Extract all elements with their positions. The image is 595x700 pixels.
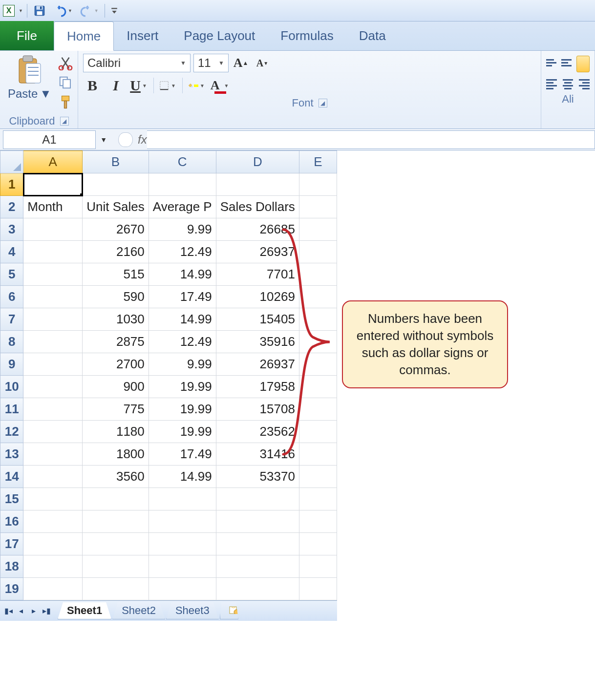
fx-icon[interactable]: fx (138, 133, 147, 147)
cell[interactable]: 590 (83, 286, 149, 308)
row-header-1[interactable]: 1 (0, 173, 23, 196)
cell[interactable] (216, 578, 299, 600)
cut-button[interactable] (58, 56, 73, 72)
logo-dropdown-icon[interactable]: ▼ (19, 8, 23, 13)
tab-formulas[interactable]: Formulas (268, 21, 346, 50)
worksheet-grid[interactable]: A B C D E 12MonthUnit SalesAverage PSale… (0, 150, 337, 600)
row-header-7[interactable]: 7 (0, 308, 23, 331)
cell[interactable] (23, 263, 83, 286)
cell[interactable]: 2160 (83, 241, 149, 263)
sheet-tab-1[interactable]: Sheet1 (58, 602, 111, 619)
tab-page-layout[interactable]: Page Layout (171, 21, 268, 50)
cell[interactable]: 17.49 (149, 443, 216, 466)
name-box-dropdown-icon[interactable]: ▼ (100, 136, 107, 144)
cell[interactable] (299, 286, 337, 308)
sheet-tab-3[interactable]: Sheet3 (166, 602, 219, 619)
cell[interactable] (299, 555, 337, 578)
cell[interactable] (23, 286, 83, 308)
cell[interactable] (299, 196, 337, 218)
copy-button[interactable] (58, 75, 73, 92)
row-header-11[interactable]: 11 (0, 398, 23, 421)
cell[interactable]: 775 (83, 398, 149, 421)
cell[interactable] (299, 218, 337, 241)
cell[interactable] (83, 533, 149, 555)
cell[interactable] (149, 488, 216, 510)
font-dialog-launcher[interactable]: ◢ (319, 99, 327, 107)
col-header-E[interactable]: E (299, 151, 337, 173)
cell[interactable] (299, 173, 337, 196)
paste-button[interactable]: Paste▼ (5, 54, 54, 102)
cell[interactable]: 14.99 (149, 466, 216, 488)
tab-insert[interactable]: Insert (114, 21, 171, 50)
cell[interactable]: 31416 (216, 443, 299, 466)
cell[interactable]: 900 (83, 376, 149, 398)
row-header-17[interactable]: 17 (0, 533, 23, 555)
paste-dropdown-icon[interactable]: ▼ (40, 87, 51, 101)
cell[interactable] (299, 466, 337, 488)
cell[interactable]: 1800 (83, 443, 149, 466)
cell[interactable] (299, 331, 337, 353)
cell[interactable] (83, 578, 149, 600)
row-header-3[interactable]: 3 (0, 218, 23, 241)
cell[interactable] (216, 510, 299, 533)
cell[interactable] (23, 353, 83, 376)
cell[interactable] (23, 510, 83, 533)
cell[interactable]: 35916 (216, 331, 299, 353)
cell[interactable]: 1180 (83, 421, 149, 443)
font-size-combo[interactable]: 11 ▼ (193, 54, 229, 72)
cell[interactable] (299, 353, 337, 376)
wrap-text-button[interactable] (576, 56, 590, 72)
cell[interactable]: 14.99 (149, 263, 216, 286)
cell[interactable]: 12.49 (149, 331, 216, 353)
row-header-4[interactable]: 4 (0, 241, 23, 263)
cell[interactable] (216, 173, 299, 196)
cell[interactable] (23, 218, 83, 241)
fill-color-button[interactable]: ▼ (188, 76, 206, 95)
cell[interactable] (23, 376, 83, 398)
align-left-button[interactable] (546, 77, 558, 91)
font-name-combo[interactable]: Calibri ▼ (83, 54, 191, 72)
cell[interactable] (23, 578, 83, 600)
cell[interactable] (83, 510, 149, 533)
row-header-9[interactable]: 9 (0, 353, 23, 376)
chevron-down-icon[interactable]: ▼ (222, 83, 230, 88)
chevron-down-icon[interactable]: ▼ (141, 83, 149, 88)
cell[interactable] (299, 241, 337, 263)
cell[interactable]: 2670 (83, 218, 149, 241)
name-box[interactable]: A1 ▼ (3, 130, 96, 149)
cell[interactable] (23, 555, 83, 578)
cell[interactable]: Unit Sales (83, 196, 149, 218)
undo-dropdown-icon[interactable]: ▼ (68, 8, 72, 13)
chevron-down-icon[interactable]: ▼ (170, 83, 177, 88)
cell[interactable]: 23562 (216, 421, 299, 443)
cell[interactable]: 10269 (216, 286, 299, 308)
save-button[interactable] (31, 3, 48, 18)
col-header-C[interactable]: C (149, 151, 216, 173)
cell[interactable] (299, 376, 337, 398)
cell[interactable] (299, 443, 337, 466)
cell[interactable] (23, 173, 83, 196)
cell[interactable] (149, 173, 216, 196)
tab-nav-last[interactable]: ▸▮ (41, 606, 52, 616)
cell[interactable]: 19.99 (149, 398, 216, 421)
cell[interactable]: 26685 (216, 218, 299, 241)
cell[interactable] (216, 555, 299, 578)
cell[interactable] (299, 488, 337, 510)
row-header-16[interactable]: 16 (0, 510, 23, 533)
select-all-corner[interactable] (0, 151, 23, 173)
cell[interactable]: 26937 (216, 241, 299, 263)
cell[interactable]: 1030 (83, 308, 149, 331)
cell[interactable] (23, 533, 83, 555)
cell[interactable]: 19.99 (149, 376, 216, 398)
align-top-button[interactable] (546, 56, 557, 69)
cell[interactable] (23, 398, 83, 421)
cell[interactable]: 9.99 (149, 218, 216, 241)
row-header-6[interactable]: 6 (0, 286, 23, 308)
cell[interactable] (216, 488, 299, 510)
tab-nav-prev[interactable]: ◂ (16, 606, 26, 616)
row-header-2[interactable]: 2 (0, 196, 23, 218)
cell[interactable]: 2700 (83, 353, 149, 376)
cell[interactable]: 12.49 (149, 241, 216, 263)
tab-nav-first[interactable]: ▮◂ (3, 606, 14, 616)
cell[interactable] (23, 443, 83, 466)
